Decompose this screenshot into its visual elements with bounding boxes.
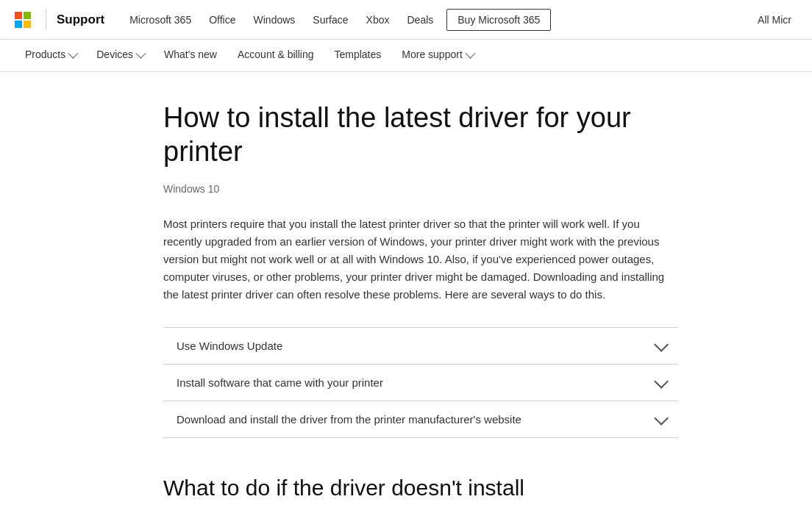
install-software-label: Install software that came with your pri… xyxy=(177,376,383,389)
account-billing-nav-label: Account & billing xyxy=(238,49,314,60)
article-intro: Most printers require that you install t… xyxy=(163,215,678,304)
more-support-nav-label: More support xyxy=(402,49,462,60)
install-software-accordion[interactable]: Install software that came with your pri… xyxy=(163,365,678,401)
windows-update-chevron-icon xyxy=(654,337,669,352)
products-chevron-icon xyxy=(68,49,79,59)
logo-grid xyxy=(15,12,31,28)
devices-nav[interactable]: Devices xyxy=(86,40,154,72)
install-software-chevron-icon xyxy=(654,374,669,389)
windows-link[interactable]: Windows xyxy=(246,10,303,30)
article-title: How to install the latest driver for you… xyxy=(163,101,678,168)
logo-divider xyxy=(46,10,46,30)
accordion-item-download-driver: Download and install the driver from the… xyxy=(163,401,678,438)
buy-microsoft365-button[interactable]: Buy Microsoft 365 xyxy=(446,9,551,31)
templates-nav-label: Templates xyxy=(334,49,381,60)
windows-update-label: Use Windows Update xyxy=(177,340,282,352)
logo-yellow-square xyxy=(24,21,31,28)
main-content: How to install the latest driver for you… xyxy=(119,72,693,527)
products-nav[interactable]: Products xyxy=(15,40,86,72)
download-driver-label: Download and install the driver from the… xyxy=(177,413,521,426)
office-link[interactable]: Office xyxy=(202,10,243,30)
support-label: Support xyxy=(57,12,104,27)
logo-green-square xyxy=(24,12,31,19)
microsoft365-link[interactable]: Microsoft 365 xyxy=(122,10,199,30)
second-navigation: Products Devices What's new Account & bi… xyxy=(0,40,812,72)
top-nav-links: Microsoft 365 Office Windows Surface Xbo… xyxy=(122,9,752,31)
deals-link[interactable]: Deals xyxy=(399,10,441,30)
whats-new-nav-label: What's new xyxy=(164,49,217,60)
account-billing-nav[interactable]: Account & billing xyxy=(227,40,324,72)
accordion-container: Use Windows Update Install software that… xyxy=(163,327,678,438)
windows-update-accordion[interactable]: Use Windows Update xyxy=(163,328,678,364)
devices-nav-label: Devices xyxy=(96,49,133,60)
download-driver-accordion[interactable]: Download and install the driver from the… xyxy=(163,401,678,437)
article-subtitle: Windows 10 xyxy=(163,183,678,195)
xbox-link[interactable]: Xbox xyxy=(359,10,397,30)
logo-red-square xyxy=(15,12,22,19)
download-driver-chevron-icon xyxy=(654,411,669,426)
templates-nav[interactable]: Templates xyxy=(324,40,391,72)
more-support-nav[interactable]: More support xyxy=(391,40,482,72)
accordion-item-install-software: Install software that came with your pri… xyxy=(163,365,678,401)
products-nav-label: Products xyxy=(25,49,65,60)
whats-new-nav[interactable]: What's new xyxy=(154,40,227,72)
all-microsoft-link[interactable]: All Micr xyxy=(752,10,797,30)
devices-chevron-icon xyxy=(135,49,146,59)
accordion-item-windows-update: Use Windows Update xyxy=(163,328,678,365)
section-heading: What to do if the driver doesn't install xyxy=(163,475,678,501)
microsoft-logo[interactable] xyxy=(15,12,31,28)
more-support-chevron-icon xyxy=(465,49,475,59)
surface-link[interactable]: Surface xyxy=(305,10,355,30)
logo-blue-square xyxy=(15,21,22,28)
top-navigation: Support Microsoft 365 Office Windows Sur… xyxy=(0,0,812,40)
